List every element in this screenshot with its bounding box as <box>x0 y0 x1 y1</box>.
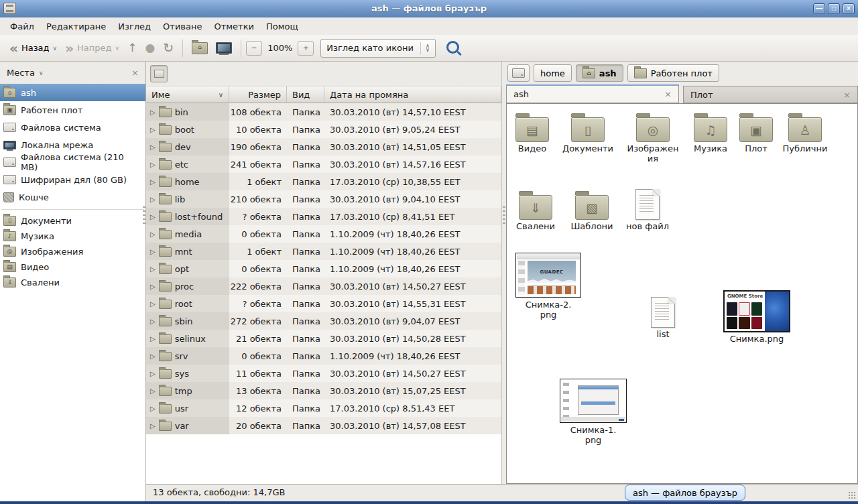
file-item-templates[interactable]: ▧ Шаблони <box>565 191 619 232</box>
expander-icon[interactable]: ▷ <box>150 422 156 430</box>
places-item[interactable]: Шифриран дял (80 GB) <box>0 171 145 188</box>
expander-icon[interactable]: ▷ <box>150 265 156 273</box>
window-list-button[interactable]: ash — файлов браузър <box>625 485 745 501</box>
home-button[interactable] <box>188 40 212 57</box>
tree-row[interactable]: ▷ etc 241 обекта Папка 30.03.2010 (вт) 1… <box>146 155 501 173</box>
places-caret-icon[interactable]: ∨ <box>39 70 44 76</box>
file-item-pictures[interactable]: ◎ Изображения <box>622 113 684 164</box>
back-history-caret-icon[interactable]: ∨ <box>53 45 58 52</box>
places-close-icon[interactable]: × <box>131 68 139 78</box>
sidebar-splitter-handle[interactable] <box>143 206 145 224</box>
menu-bookmarks[interactable]: Отметки <box>208 19 259 34</box>
column-header-date[interactable]: Дата на промяна <box>324 86 501 103</box>
places-item[interactable]: Файлова система (210 MB) <box>0 153 145 171</box>
menu-edit[interactable]: Редактиране <box>40 19 112 34</box>
resize-grip[interactable] <box>848 491 857 500</box>
bookmark-item[interactable]: Изображения <box>0 244 145 259</box>
file-item-desktop[interactable]: ▣ Плот <box>736 113 776 154</box>
tree-row[interactable]: ▷ sys 11 обекта Папка 30.03.2010 (вт) 14… <box>146 365 501 382</box>
expander-icon[interactable]: ▷ <box>150 300 156 308</box>
forward-button[interactable]: » Напред ∨ <box>61 39 123 58</box>
expander-icon[interactable]: ▷ <box>150 213 156 220</box>
places-title[interactable]: Места <box>7 68 35 78</box>
places-item[interactable]: ash <box>0 84 145 101</box>
tree-row[interactable]: ▷ sbin 272 обекта Папка 30.03.2010 (вт) … <box>146 312 501 330</box>
path-home-button[interactable]: home <box>534 64 572 82</box>
expander-icon[interactable]: ▷ <box>150 196 156 203</box>
expander-icon[interactable]: ▷ <box>150 370 156 377</box>
file-item-snimka-1[interactable]: Снимка-1.png <box>556 379 631 446</box>
tree-row[interactable]: ▷ bin 108 обекта Папка 30.03.2010 (вт) 1… <box>146 103 501 121</box>
expander-icon[interactable]: ▷ <box>150 405 156 412</box>
computer-button[interactable] <box>212 40 236 56</box>
tab-close-icon[interactable]: × <box>843 90 851 100</box>
tree-row[interactable]: ▷ srv 0 обекта Папка 1.10.2009 (чт) 18,4… <box>146 347 501 365</box>
tree-row[interactable]: ▷ media 0 обекта Папка 1.10.2009 (чт) 18… <box>146 225 501 243</box>
file-item-new-file[interactable]: нов файл <box>621 189 674 232</box>
file-item-snimka-2[interactable]: GUADEC Снимка-2.png <box>510 253 587 320</box>
path-ash-button[interactable]: ash <box>576 64 623 82</box>
expander-icon[interactable]: ▷ <box>150 178 156 186</box>
places-item[interactable]: Файлова система <box>0 119 145 136</box>
places-item[interactable]: Локална мрежа <box>0 136 145 153</box>
expander-icon[interactable]: ▷ <box>150 143 156 151</box>
tree-row[interactable]: ▷ lib 210 обекта Папка 30.03.2010 (вт) 9… <box>146 190 501 208</box>
file-item-video[interactable]: ▤ Видео <box>507 113 558 154</box>
minimize-button[interactable]: — <box>813 3 825 14</box>
tree-row[interactable]: ▷ opt 0 обекта Папка 1.10.2009 (чт) 18,4… <box>146 260 501 277</box>
tree-row[interactable]: ▷ tmp 13 обекта Папка 30.03.2010 (вт) 15… <box>146 382 501 399</box>
path-root-button[interactable] <box>507 64 530 82</box>
tree-row[interactable]: ▷ usr 12 обекта Папка 17.03.2010 (ср) 8,… <box>146 399 501 417</box>
column-header-type[interactable]: Вид <box>287 86 324 103</box>
maximize-button[interactable]: □ <box>828 3 840 14</box>
expander-icon[interactable]: ▷ <box>150 231 156 238</box>
file-item-list[interactable]: list <box>637 297 688 340</box>
expander-icon[interactable]: ▷ <box>150 387 156 395</box>
tree-row[interactable]: ▷ root ? обекта Папка 30.03.2010 (вт) 14… <box>146 295 501 312</box>
tree-row[interactable]: ▷ selinux 21 обекта Папка 30.03.2010 (вт… <box>146 330 501 347</box>
expander-icon[interactable]: ▷ <box>150 248 156 255</box>
expander-icon[interactable]: ▷ <box>150 126 156 133</box>
expander-icon[interactable]: ▷ <box>150 335 156 342</box>
bookmark-item[interactable]: Видео <box>0 259 145 275</box>
menu-view[interactable]: Изглед <box>112 19 157 34</box>
back-button[interactable]: « Назад ∨ <box>5 39 61 58</box>
bookmark-item[interactable]: Свалени <box>0 275 145 290</box>
close-button[interactable]: × <box>843 3 855 14</box>
expander-icon[interactable]: ▷ <box>150 161 156 168</box>
expander-icon[interactable]: ▷ <box>150 109 156 116</box>
expander-icon[interactable]: ▷ <box>150 353 156 360</box>
file-item-downloads[interactable]: ⇓ Свалени <box>509 191 562 232</box>
zoom-in-button[interactable]: + <box>298 41 314 56</box>
search-button[interactable] <box>436 38 466 58</box>
path-desktop-button[interactable]: Работен плот <box>627 64 719 82</box>
tab-ash[interactable]: ash × <box>506 84 679 103</box>
panel-toggle-button[interactable] <box>150 65 168 82</box>
tree-row[interactable]: ▷ lost+found ? обекта Папка 17.03.2010 (… <box>146 208 501 225</box>
file-item-music[interactable]: ♫ Музика <box>684 113 737 154</box>
tab-plot[interactable]: Плот × <box>683 86 858 103</box>
places-item[interactable]: Работен плот <box>0 101 145 119</box>
menu-go[interactable]: Отиване <box>157 19 208 34</box>
up-button[interactable]: ↑ <box>123 40 141 56</box>
menu-help[interactable]: Помощ <box>260 19 304 34</box>
expander-icon[interactable]: ▷ <box>150 318 156 325</box>
file-item-documents[interactable]: ▯ Документи <box>558 113 618 154</box>
file-item-snimka[interactable]: GNOME Store Снимка.png <box>719 290 794 344</box>
expander-icon[interactable]: ▷ <box>150 283 156 290</box>
bookmark-item[interactable]: Документи <box>0 213 145 229</box>
bookmark-item[interactable]: Музика <box>0 229 145 244</box>
column-header-size[interactable]: Размер <box>229 86 287 103</box>
tree-row[interactable]: ▷ dev 190 обекта Папка 30.03.2010 (вт) 1… <box>146 138 501 155</box>
stop-button[interactable]: ● <box>141 40 159 56</box>
view-mode-select[interactable]: Изглед като икони ∧∨ <box>320 39 435 58</box>
column-header-name[interactable]: Име ∨ <box>146 86 229 103</box>
menu-file[interactable]: Файл <box>4 19 40 34</box>
tree-row[interactable]: ▷ boot 10 обекта Папка 30.03.2010 (вт) 9… <box>146 121 501 138</box>
file-item-public[interactable]: ♙ Публични <box>776 113 834 154</box>
tree-row[interactable]: ▷ proc 222 обекта Папка 30.03.2010 (вт) … <box>146 277 501 295</box>
tree-row[interactable]: ▷ var 20 обекта Папка 30.03.2010 (вт) 14… <box>146 417 501 434</box>
reload-button[interactable]: ↻ <box>159 39 178 57</box>
places-item[interactable]: Кошче <box>0 188 145 206</box>
zoom-out-button[interactable]: − <box>246 41 262 56</box>
